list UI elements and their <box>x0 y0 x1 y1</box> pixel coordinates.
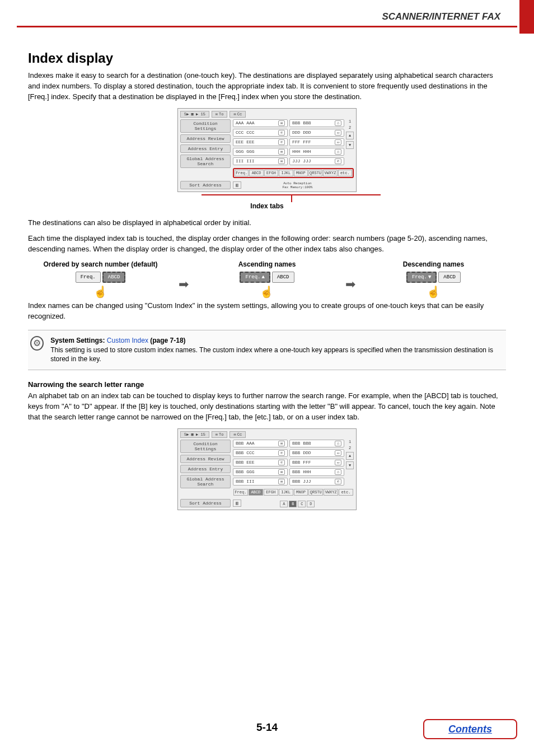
to-tab[interactable]: ✉To <box>212 431 228 438</box>
index-tab[interactable]: IJKL <box>279 170 293 176</box>
index-tab[interactable]: QRSTU <box>308 489 323 496</box>
paragraph: An alphabet tab on an index tab can be t… <box>28 391 506 423</box>
system-settings-note: ⚙ System Settings: Custom Index (page 7-… <box>28 330 506 370</box>
phone-icon: ✆ <box>278 460 285 465</box>
letter-filter[interactable]: A <box>280 501 288 507</box>
scroll-down-button[interactable]: ▼ <box>346 461 354 469</box>
index-tab-strip: Freq. ABCD EFGH IJKL MNOP QRSTU VWXYZ et… <box>233 168 354 178</box>
freq-tab-mini[interactable]: Freq.▼ <box>406 272 437 283</box>
letter-filter[interactable]: D <box>307 501 315 507</box>
abcd-tab-mini[interactable]: ABCD <box>102 272 126 283</box>
group-icon: ⌂ <box>335 441 341 446</box>
index-tab[interactable]: ABCD <box>249 489 263 496</box>
folder-icon: ▭ <box>335 139 341 145</box>
one-touch-key[interactable]: BBB III✉ <box>233 478 288 486</box>
letter-filter[interactable]: C <box>298 501 306 507</box>
one-touch-key[interactable]: DDD DDD▭ <box>289 129 344 137</box>
status-text: Fax Memory:100% <box>282 185 312 189</box>
address-review-button[interactable]: Address Review <box>180 455 231 463</box>
preview-icon[interactable]: ▥ <box>233 500 241 507</box>
one-touch-key[interactable]: BBB CCC✆ <box>233 449 288 457</box>
custom-index-link[interactable]: Custom Index <box>107 337 148 344</box>
letter-filter[interactable]: B <box>289 501 297 507</box>
address-entry-button[interactable]: Address Entry <box>180 465 231 473</box>
one-touch-key[interactable]: BBB GGG✉ <box>233 468 288 476</box>
index-tab[interactable]: EFGH <box>264 489 278 496</box>
one-touch-key[interactable]: AAA AAA✉ <box>233 119 288 127</box>
to-tab[interactable]: ✉To <box>212 111 228 118</box>
index-tab[interactable]: MNOP <box>294 489 308 496</box>
one-touch-key[interactable]: BBB BBB⌂ <box>289 119 344 127</box>
condition-settings-button[interactable]: Condition Settings <box>180 119 231 133</box>
abcd-tab-mini[interactable]: ABCD <box>438 272 461 283</box>
group-icon: ⌂ <box>335 149 341 155</box>
index-tab[interactable]: etc. <box>339 489 353 496</box>
index-tab[interactable]: QRSTU <box>308 170 322 176</box>
cc-tab[interactable]: ✉Cc <box>229 111 246 118</box>
index-tab[interactable]: IJKL <box>279 489 293 496</box>
subsection-heading: Narrowing the search letter range <box>28 380 506 389</box>
index-tab[interactable]: Freq. <box>233 489 248 496</box>
one-touch-key[interactable]: HHH HHH⌂ <box>289 148 344 156</box>
folder-icon: ▭ <box>335 460 341 465</box>
address-entry-button[interactable]: Address Entry <box>180 144 231 153</box>
contents-button[interactable]: Contents <box>423 719 517 739</box>
one-touch-key[interactable]: BBB FFF▭ <box>289 459 344 466</box>
phone-icon: ✆ <box>278 450 285 456</box>
cc-tab[interactable]: ✉Cc <box>229 431 246 438</box>
sort-address-button[interactable]: Sort Address <box>180 181 231 189</box>
arrow-right-icon: ➡ <box>173 260 194 292</box>
one-touch-key[interactable]: CCC CCC✆ <box>233 129 288 137</box>
hand-icon: ☝ <box>194 285 339 298</box>
one-touch-key[interactable]: BBB DDD▭ <box>289 449 344 457</box>
one-touch-key[interactable]: BBB AAA✉ <box>233 440 288 447</box>
abcd-tab-mini[interactable]: ABCD <box>272 272 294 283</box>
one-touch-key[interactable]: GGG GGG✉ <box>233 148 288 156</box>
preview-icon[interactable]: ▥ <box>233 181 241 189</box>
mail-icon: ✉ <box>278 158 285 164</box>
freq-tab-mini[interactable]: Freq. <box>76 272 101 283</box>
index-tab[interactable]: Freq. <box>235 170 249 176</box>
index-tab[interactable]: VWXYZ <box>323 170 337 176</box>
condition-settings-button[interactable]: Condition Settings <box>180 440 231 453</box>
index-tab[interactable]: etc. <box>338 170 352 176</box>
one-touch-key[interactable]: EEE EEE✆ <box>233 138 288 146</box>
mail-icon: ✉ <box>278 120 285 126</box>
gear-icon: ⚙ <box>30 336 44 351</box>
index-tab[interactable]: EFGH <box>264 170 278 176</box>
one-touch-key[interactable]: BBB EEE✆ <box>233 459 288 466</box>
one-touch-key[interactable]: BBB BBB⌂ <box>289 440 344 447</box>
global-address-search-button[interactable]: Global Address Search <box>180 475 231 488</box>
corner-accent <box>519 0 534 34</box>
phone-icon: ✆ <box>278 130 285 136</box>
header-rule <box>17 26 517 27</box>
page-num-side: 1 <box>349 119 351 124</box>
mail-icon: ✉ <box>278 469 285 475</box>
scroll-up-button[interactable]: ▲ <box>346 452 354 460</box>
status-text: Auto Reception <box>283 181 311 185</box>
mail-icon: ✉ <box>278 441 285 446</box>
one-touch-key[interactable]: BBB HHH⌂ <box>289 468 344 476</box>
freq-tab-mini[interactable]: Freq.▲ <box>240 272 270 283</box>
global-address-search-button[interactable]: Global Address Search <box>180 155 231 168</box>
touch-panel-1: 5▶ ▦ ▶ 15 ✉To ✉Cc Condition Settings Add… <box>177 108 357 192</box>
one-touch-key[interactable]: BBB JJJ✆ <box>289 478 344 486</box>
group-icon: ⌂ <box>335 469 341 475</box>
one-touch-key[interactable]: JJJ JJJ✆ <box>289 157 344 165</box>
sort-address-button[interactable]: Sort Address <box>180 499 231 507</box>
hand-icon: ☝ <box>361 285 506 298</box>
scroll-down-button[interactable]: ▼ <box>346 141 354 149</box>
mail-icon: ✉ <box>278 479 285 484</box>
one-touch-key[interactable]: FFF FFF▭ <box>289 138 344 146</box>
panel-caption: Index tabs <box>28 202 506 210</box>
hand-icon: ☝ <box>28 285 173 298</box>
page-indicator: 5▶ ▦ ▶ 15 <box>180 111 209 118</box>
address-review-button[interactable]: Address Review <box>180 134 231 143</box>
index-tab[interactable]: VWXYZ <box>324 489 338 496</box>
index-tab[interactable]: MNOP <box>294 170 308 176</box>
mail-icon: ✉ <box>278 149 285 155</box>
paragraph: Each time the displayed index tab is tou… <box>28 234 506 255</box>
index-tab[interactable]: ABCD <box>249 170 263 176</box>
scroll-up-button[interactable]: ▲ <box>346 132 354 139</box>
one-touch-key[interactable]: III III✉ <box>233 157 288 165</box>
